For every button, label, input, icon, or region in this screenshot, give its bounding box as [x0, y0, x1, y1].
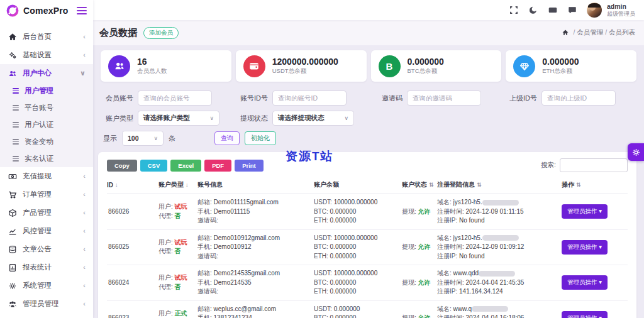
home-icon[interactable]: [562, 29, 569, 36]
cell-value: Demo010912: [214, 243, 252, 250]
cell-label: 邮箱:: [197, 270, 214, 277]
sidebar-subitem-用户管理[interactable]: 用户管理: [0, 82, 93, 99]
sidebar-item-基础设置[interactable]: 基础设置‹: [0, 46, 93, 64]
search-input[interactable]: [560, 158, 628, 172]
chevron-left-icon: ‹: [83, 300, 86, 307]
cell-value: 141.164.34.124: [459, 288, 503, 295]
cell-line: 域名: www.q: [437, 305, 562, 314]
sidebar-item-产品管理[interactable]: 产品管理‹: [0, 204, 93, 222]
sidebar-item-系统管理[interactable]: 系统管理‹: [0, 277, 93, 295]
cell-label: 域名:: [437, 234, 453, 241]
cell-label: 手机:: [197, 279, 214, 286]
cell-line: BTC: 0.000000: [314, 243, 402, 252]
column-header-账户余额[interactable]: 账户余额: [314, 180, 402, 189]
cell-id: 866025: [107, 243, 158, 252]
fullscreen-icon[interactable]: [509, 6, 518, 15]
filter-label: 会员账号: [98, 94, 133, 103]
filter-input-会员账号[interactable]: [138, 90, 212, 106]
cell-label: USDT:: [314, 199, 334, 206]
sidebar-item-管理员管理[interactable]: 管理员管理‹: [0, 295, 93, 313]
chevron-left-icon: ‹: [83, 228, 86, 234]
export-csv-button[interactable]: CSV: [140, 160, 168, 172]
sidebar-subitem-资金变动[interactable]: 资金变动: [0, 133, 93, 150]
cell-value: 0.000000: [334, 305, 360, 312]
sidebar-item-文章公告[interactable]: 文章公告‹: [0, 240, 93, 258]
sidebar-menu: 后台首页‹基础设置‹用户中心∨用户管理平台账号用户认证资金变动实名认证充值提现‹…: [0, 21, 93, 313]
stat-card-USDT总余额: 1200000.000000USDT总余额: [236, 50, 367, 82]
sidebar-item-风控管理[interactable]: 风控管理‹: [0, 222, 93, 240]
cell-value: 100000.000000: [334, 270, 378, 277]
table-row: 866023用户: 正式代理: 否邮箱: weplus.cc@gmail.com…: [107, 301, 628, 318]
theme-settings-button[interactable]: [628, 143, 644, 161]
stat-text: 1200000.000000USDT总余额: [272, 57, 338, 76]
breadcrumb-item[interactable]: 会员列表: [609, 28, 635, 36]
cell-status: 提现: 允许: [402, 314, 437, 318]
sort-icon[interactable]: ↓: [186, 182, 189, 188]
sidebar-item-报表统计[interactable]: 报表统计‹: [0, 258, 93, 277]
sort-icon[interactable]: ↓: [115, 182, 118, 188]
admin-actions-button[interactable]: 管理员操作 ▾: [562, 275, 608, 290]
sidebar-item-后台首页[interactable]: 后台首页‹: [0, 28, 93, 46]
admin-actions-button[interactable]: 管理员操作 ▾: [562, 204, 608, 219]
chat-icon[interactable]: [567, 6, 577, 15]
cell-value: Demo214535gmail.com: [214, 270, 280, 277]
cell-registration: 域名: jys120-h5.注册时间: 2024-12-09 01:09:12注…: [437, 234, 562, 261]
cell-line: 邀请码:: [197, 252, 314, 261]
cell-label: BTC:: [314, 279, 330, 286]
sidebar-item-充值提现[interactable]: 充值提现‹: [0, 167, 93, 185]
cell-label: BTC:: [314, 208, 330, 215]
column-header-账号信息[interactable]: 账号信息: [197, 180, 314, 189]
breadcrumb-item[interactable]: 会员管理: [577, 28, 603, 36]
column-header-注册登陆信息[interactable]: 注册登陆信息⇅: [437, 180, 562, 189]
column-label: 注册登陆信息: [437, 180, 475, 189]
filter-select-提现状态[interactable]: 请选择提现状态∨: [272, 111, 354, 126]
select-value: 请选择提现状态: [278, 114, 325, 123]
column-label: 操作: [562, 180, 574, 189]
add-member-button[interactable]: 添加会员: [143, 27, 179, 39]
sidebar-subitem-实名认证[interactable]: 实名认证: [0, 150, 93, 167]
cell-line: 邮箱: Demo214535gmail.com: [197, 269, 314, 278]
filter-input-账号ID号[interactable]: [272, 90, 347, 106]
export-pdf-button[interactable]: PDF: [204, 160, 231, 172]
banknote-icon[interactable]: [548, 6, 557, 15]
admin-actions-button[interactable]: 管理员操作 ▾: [562, 311, 608, 318]
export-copy-button[interactable]: Copy: [107, 160, 137, 172]
page-size-select[interactable]: 100 ∨: [122, 131, 164, 146]
sort-icon[interactable]: ⇅: [576, 182, 581, 188]
list-icon: [13, 122, 19, 128]
search-button[interactable]: 查询: [214, 131, 240, 145]
sort-icon[interactable]: ⇅: [429, 182, 434, 188]
home-icon: [8, 32, 17, 41]
filter-select-账户类型[interactable]: 请选择账户类型∨: [138, 111, 219, 126]
admin-actions-button[interactable]: 管理员操作 ▾: [562, 240, 608, 255]
cell-label: 提现:: [402, 314, 418, 318]
sort-icon[interactable]: ⇅: [477, 182, 482, 188]
filter-input-上级ID号[interactable]: [541, 90, 616, 106]
page-size-row: 显示 100 ∨ 条 查询 初始化: [98, 131, 636, 146]
stat-label: ETH总余额: [542, 67, 579, 75]
filter-spacer: [502, 111, 636, 126]
filter-input-邀请码[interactable]: [407, 90, 481, 106]
export-excel-button[interactable]: Excel: [170, 160, 201, 172]
users-icon: [8, 69, 17, 78]
column-header-ID[interactable]: ID↓: [107, 182, 158, 189]
sidebar-subitem-用户认证[interactable]: 用户认证: [0, 116, 93, 133]
cell-value: 否: [175, 283, 181, 290]
sidebar-item-订单管理[interactable]: 订单管理‹: [0, 185, 93, 204]
stat-text: 0.000000BTC总余额: [408, 57, 444, 76]
column-header-账户状态[interactable]: 账户状态⇅: [402, 180, 437, 189]
moon-icon[interactable]: [528, 6, 538, 15]
comexpro-logo-icon: [6, 4, 19, 17]
column-header-账户类型[interactable]: 账户类型↓: [158, 180, 197, 189]
sidebar-subitem-平台账号[interactable]: 平台账号: [0, 99, 93, 116]
sidebar-item-label: 用户中心: [23, 69, 74, 78]
cell-label: 邀请码:: [197, 288, 218, 295]
sidebar-item-label: 订单管理: [23, 190, 77, 199]
hamburger-icon[interactable]: [77, 7, 87, 14]
cell-value: 13812341234: [214, 314, 252, 318]
reset-button[interactable]: 初始化: [245, 131, 276, 145]
column-header-操作[interactable]: 操作⇅: [562, 180, 625, 189]
user-menu[interactable]: admin 超级管理员: [587, 3, 635, 18]
export-print-button[interactable]: Print: [235, 160, 264, 172]
sidebar-item-用户中心[interactable]: 用户中心∨: [0, 64, 93, 82]
